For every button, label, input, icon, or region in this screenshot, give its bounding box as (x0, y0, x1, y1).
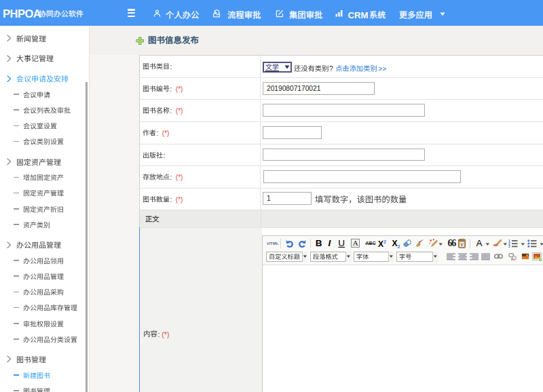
svg-text:T: T (460, 242, 464, 247)
svg-text:3: 3 (508, 245, 510, 248)
